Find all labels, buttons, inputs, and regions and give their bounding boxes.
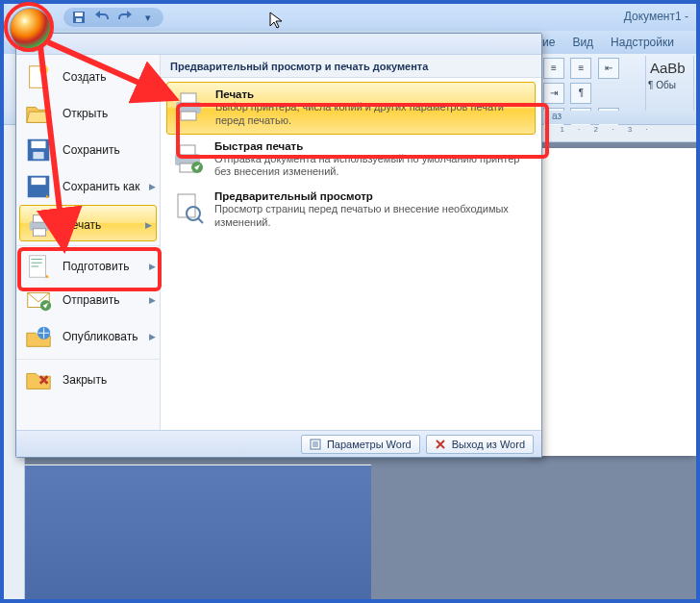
svg-rect-11 [33, 215, 45, 223]
menu-item-label: Открыть [62, 107, 108, 120]
menu-item-save-as[interactable]: Сохранить как ▶ [16, 168, 160, 205]
tab-partial[interactable]: ие [542, 36, 555, 49]
save-as-icon [24, 172, 53, 201]
menu-item-save[interactable]: Сохранить [16, 132, 160, 168]
list-bullets-icon[interactable]: ≡ [543, 58, 564, 79]
menu-item-label: Закрыть [62, 373, 107, 387]
exit-word-button[interactable]: Выход из Word [426, 435, 534, 454]
svg-rect-7 [33, 152, 43, 160]
ribbon-group-styles: AaBb ¶ Обы [648, 56, 694, 113]
menu-bottom-bar: Параметры Word Выход из Word [16, 430, 541, 457]
exit-icon [435, 439, 446, 450]
save-icon[interactable] [71, 10, 87, 25]
publish-icon [24, 322, 53, 351]
chevron-right-icon: ▶ [149, 182, 156, 191]
document-title: Документ1 - [624, 10, 688, 23]
print-layout-strip [25, 465, 371, 599]
annotation-highlight-print [176, 103, 549, 159]
menu-item-open[interactable]: Открыть [16, 95, 160, 132]
qat-more-icon[interactable]: ▾ [140, 10, 156, 25]
redo-icon[interactable] [117, 10, 133, 25]
submenu-header: Предварительный просмотр и печать докуме… [161, 55, 541, 78]
menu-item-label: Опубликовать [62, 330, 138, 343]
menu-top-bar [16, 34, 541, 55]
tab-view[interactable]: Вид [572, 36, 593, 49]
document-page[interactable] [533, 148, 696, 456]
button-label: Выход из Word [452, 439, 525, 450]
office-menu: Создать Открыть Сохранить Сохранить как … [15, 33, 542, 458]
decrease-indent-icon[interactable]: ⇤ [598, 58, 619, 79]
chevron-right-icon: ▶ [149, 295, 156, 305]
style-sample[interactable]: AaBb [648, 56, 693, 80]
ribbon-group-paragraph: ≡ ≡ ⇤ ⇥ ¶ ≡ ≡ ≡ ≡ [542, 56, 646, 113]
svg-rect-6 [32, 141, 46, 149]
svg-rect-18 [181, 93, 196, 103]
menu-item-new[interactable]: Создать [16, 59, 160, 95]
mouse-cursor-icon [269, 12, 283, 33]
menu-item-label: Сохранить как [62, 180, 139, 193]
svg-rect-1 [75, 13, 83, 16]
close-icon [24, 365, 53, 394]
quick-access-toolbar: ▾ [63, 8, 163, 27]
title-bar: ▾ Документ1 - [4, 4, 696, 31]
menu-item-label: Отправить [62, 293, 120, 307]
menu-item-label: Печать [63, 218, 101, 232]
submenu-item-title: Предварительный просмотр [214, 190, 532, 202]
menu-left-column: Создать Открыть Сохранить Сохранить как … [16, 55, 161, 430]
open-icon [24, 99, 53, 128]
svg-rect-9 [32, 178, 46, 186]
show-marks-icon[interactable]: ¶ [570, 83, 591, 104]
new-icon [24, 63, 53, 91]
submenu-item-print-preview[interactable]: Предварительный просмотр Просмотр страни… [166, 185, 536, 236]
svg-rect-12 [33, 229, 45, 237]
menu-item-label: Создать [62, 70, 107, 84]
chevron-right-icon: ▶ [145, 220, 152, 230]
print-icon [25, 211, 54, 239]
svg-point-4 [39, 65, 48, 74]
annotation-circle [4, 2, 54, 52]
list-numbers-icon[interactable]: ≡ [570, 58, 591, 79]
menu-item-close[interactable]: Закрыть [16, 359, 160, 395]
increase-indent-icon[interactable]: ⇥ [543, 83, 564, 104]
chevron-right-icon: ▶ [149, 332, 156, 341]
print-preview-icon [170, 190, 205, 225]
submenu-item-desc: Просмотр страниц перед печатью и внесени… [214, 203, 532, 230]
svg-rect-2 [76, 18, 82, 22]
button-label: Параметры Word [327, 439, 412, 450]
app-window: ▾ Документ1 - ие Вид Надстройки ≡ ≡ ⇤ ⇥ … [4, 4, 696, 599]
annotation-highlight-print-menu [17, 247, 162, 291]
style-sample-sub: ¶ Обы [648, 80, 693, 90]
undo-icon[interactable] [94, 10, 110, 25]
submenu-item-title: Печать [215, 88, 531, 100]
word-options-button[interactable]: Параметры Word [301, 435, 420, 454]
save-icon [24, 136, 53, 164]
menu-item-publish[interactable]: Опубликовать ▶ [16, 318, 160, 355]
menu-item-print[interactable]: Печать ▶ [19, 205, 157, 241]
menu-item-label: Сохранить [62, 143, 120, 157]
tab-addins[interactable]: Надстройки [611, 36, 674, 49]
options-icon [310, 439, 321, 450]
